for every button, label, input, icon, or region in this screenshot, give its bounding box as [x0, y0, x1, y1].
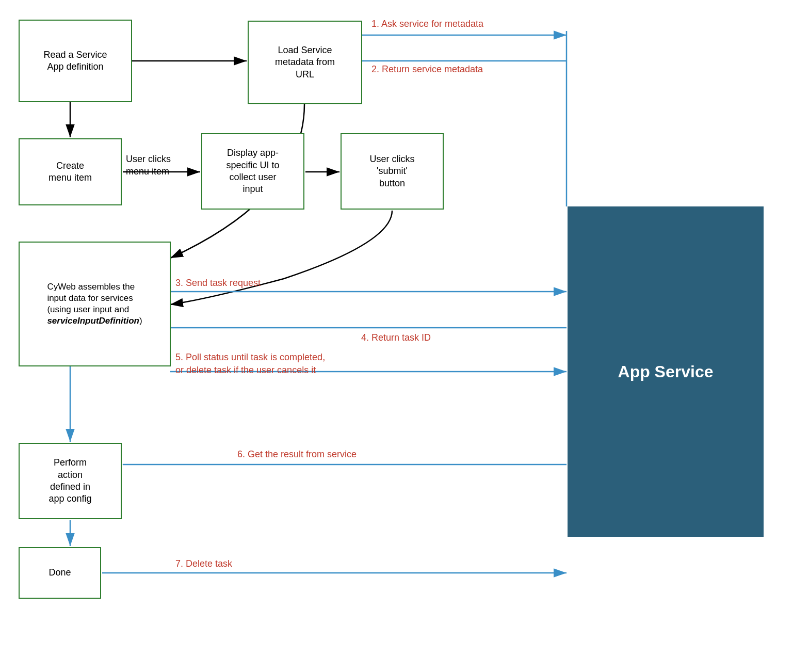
- done-box: Done: [19, 547, 101, 599]
- user-clicks-submit-label: User clicks'submit'button: [369, 153, 414, 189]
- cyweb-assembles-label: CyWeb assembles theinput data for servic…: [47, 281, 142, 327]
- return-task-label: 4. Return task ID: [361, 332, 431, 343]
- app-service-box: App Service: [568, 206, 764, 537]
- read-service-box: Read a ServiceApp definition: [19, 20, 132, 102]
- diagram-container: Read a ServiceApp definition Load Servic…: [0, 0, 809, 672]
- load-service-box: Load Servicemetadata fromURL: [248, 21, 362, 104]
- load-service-label: Load Servicemetadata fromURL: [275, 44, 335, 81]
- poll-status-label: 5. Poll status until task is completed,o…: [175, 351, 325, 377]
- app-service-label: App Service: [618, 362, 714, 381]
- send-task-label: 3. Send task request: [175, 278, 261, 289]
- done-label: Done: [48, 567, 71, 579]
- read-service-label: Read a ServiceApp definition: [43, 49, 107, 73]
- display-ui-label: Display app-specific UI tocollect userin…: [226, 147, 279, 196]
- ask-metadata-label: 1. Ask service for metadata: [371, 19, 483, 29]
- get-result-label: 6. Get the result from service: [237, 449, 357, 460]
- cyweb-assembles-box: CyWeb assembles theinput data for servic…: [19, 242, 171, 366]
- user-clicks-menu-label: User clicksmenu item: [126, 153, 171, 178]
- perform-action-box: Performactiondefined inapp config: [19, 443, 122, 519]
- perform-action-label: Performactiondefined inapp config: [48, 457, 91, 505]
- create-menu-label: Createmenu item: [48, 160, 92, 184]
- delete-task-label: 7. Delete task: [175, 558, 232, 569]
- display-ui-box: Display app-specific UI tocollect userin…: [201, 133, 304, 210]
- user-clicks-submit-box: User clicks'submit'button: [341, 133, 444, 210]
- create-menu-box: Createmenu item: [19, 138, 122, 205]
- return-metadata-label: 2. Return service metadata: [371, 64, 483, 75]
